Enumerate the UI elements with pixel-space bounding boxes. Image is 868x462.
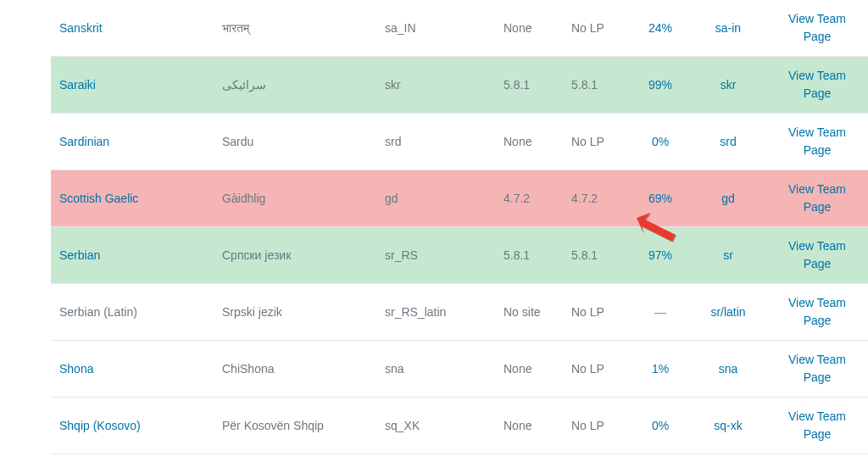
table-row: SicilianSicilianuscnNoneNo LP0%scnView T…: [51, 454, 868, 462]
cell-native: سرائیکی: [214, 57, 376, 113]
language-link[interactable]: Scottish Gaelic: [59, 190, 138, 208]
percent-link[interactable]: 99%: [648, 76, 672, 94]
language-link[interactable]: Sanskrit: [59, 19, 103, 37]
cell-team: View Team Page: [766, 57, 868, 113]
view-team-link[interactable]: View Team Page: [775, 408, 860, 443]
cell-locale: gd: [376, 170, 495, 226]
cell-code: gd: [690, 170, 766, 226]
cell-team: View Team Page: [766, 170, 868, 226]
code-link[interactable]: sa-in: [715, 19, 741, 37]
cell-language: Sardinian: [51, 114, 214, 170]
percent-link[interactable]: 69%: [648, 190, 672, 208]
cell-percent: 99%: [631, 57, 690, 113]
percent-link[interactable]: 97%: [648, 247, 672, 264]
cell-version: None: [495, 341, 563, 397]
cell-language: Serbian (Latin): [51, 284, 214, 340]
cell-language: Sicilian: [51, 454, 214, 462]
view-team-link[interactable]: View Team Page: [775, 294, 860, 330]
cell-language: Shona: [51, 341, 214, 397]
cell-code: skr: [690, 57, 766, 113]
cell-language: Shqip (Kosovo): [51, 398, 214, 454]
cell-code: srd: [690, 114, 766, 170]
cell-code: scn: [690, 454, 766, 462]
cell-percent: 24%: [631, 0, 690, 56]
view-team-link[interactable]: View Team Page: [775, 124, 860, 159]
language-link[interactable]: Shqip (Kosovo): [59, 417, 141, 435]
cell-lp: 4.7.2: [563, 170, 631, 226]
cell-percent: 97%: [631, 227, 690, 283]
cell-percent: —: [631, 284, 690, 340]
cell-code: sr/latin: [690, 284, 766, 340]
cell-code: sna: [690, 341, 766, 397]
language-link[interactable]: Sardinian: [59, 133, 109, 151]
cell-percent: 0%: [631, 114, 690, 170]
cell-native: Srpski jezik: [214, 284, 376, 340]
language-table: Sanskritभारतम्sa_INNoneNo LP24%sa-inView…: [51, 0, 868, 462]
cell-percent: 1%: [631, 341, 690, 397]
cell-native: भारतम्: [214, 0, 376, 56]
table-row: Sanskritभारतम्sa_INNoneNo LP24%sa-inView…: [51, 0, 868, 57]
cell-percent: 0%: [631, 398, 690, 454]
cell-team: View Team Page: [766, 284, 868, 340]
cell-version: None: [495, 0, 563, 56]
cell-locale: sa_IN: [376, 0, 495, 56]
language-text: Serbian (Latin): [59, 303, 137, 321]
cell-locale: sna: [376, 341, 495, 397]
cell-native: Српски језик: [214, 227, 376, 283]
code-link[interactable]: sq-xk: [714, 417, 742, 435]
language-link[interactable]: Serbian: [59, 247, 100, 264]
cell-lp: No LP: [563, 0, 631, 56]
cell-locale: skr: [376, 57, 495, 113]
percent-link[interactable]: 24%: [648, 19, 672, 37]
cell-locale: scn: [376, 454, 495, 462]
table-row: Scottish GaelicGàidhliggd4.7.24.7.269%gd…: [51, 170, 868, 227]
cell-team: View Team Page: [766, 454, 868, 462]
language-link[interactable]: Shona: [59, 360, 93, 378]
cell-team: View Team Page: [766, 114, 868, 170]
percent-link[interactable]: 0%: [652, 417, 669, 435]
cell-native: Sardu: [214, 114, 376, 170]
percent-link[interactable]: 0%: [652, 133, 669, 151]
table-row: Serbian (Latin)Srpski jeziksr_RS_latinNo…: [51, 284, 868, 341]
cell-version: No site: [495, 284, 563, 340]
view-team-link[interactable]: View Team Page: [775, 351, 860, 387]
cell-version: 5.8.1: [495, 57, 563, 113]
view-team-link[interactable]: View Team Page: [775, 181, 860, 216]
cell-native: Sicilianu: [214, 454, 376, 462]
view-team-link[interactable]: View Team Page: [775, 237, 860, 273]
code-link[interactable]: sr/latin: [710, 303, 745, 321]
table-row: Saraikiسرائیکیskr5.8.15.8.199%skrView Te…: [51, 57, 868, 114]
percent-link[interactable]: 1%: [652, 360, 669, 378]
cell-code: sq-xk: [690, 398, 766, 454]
language-link[interactable]: Saraiki: [59, 76, 96, 94]
cell-code: sr: [690, 227, 766, 283]
cell-lp: 5.8.1: [563, 57, 631, 113]
cell-language: Sanskrit: [51, 0, 214, 56]
code-link[interactable]: sna: [719, 360, 738, 378]
cell-version: None: [495, 114, 563, 170]
view-team-link[interactable]: View Team Page: [775, 67, 860, 103]
code-link[interactable]: gd: [721, 190, 735, 208]
cell-native: Për Kosovën Shqip: [214, 398, 376, 454]
cell-code: sa-in: [690, 0, 766, 56]
view-team-link[interactable]: View Team Page: [775, 10, 860, 46]
cell-lp: No LP: [563, 398, 631, 454]
code-link[interactable]: srd: [720, 133, 736, 151]
table-row: SerbianСрпски језикsr_RS5.8.15.8.197%srV…: [51, 227, 868, 284]
cell-locale: sq_XK: [376, 398, 495, 454]
table-row: Shqip (Kosovo)Për Kosovën Shqipsq_XKNone…: [51, 398, 868, 454]
cell-lp: No LP: [563, 114, 631, 170]
cell-team: View Team Page: [766, 398, 868, 454]
code-link[interactable]: sr: [723, 247, 733, 264]
cell-version: 4.7.2: [495, 170, 563, 226]
table-row: ShonaChiShonasnaNoneNo LP1%snaView Team …: [51, 341, 868, 398]
cell-team: View Team Page: [766, 341, 868, 397]
cell-version: None: [495, 398, 563, 454]
cell-locale: sr_RS: [376, 227, 495, 283]
cell-native: ChiShona: [214, 341, 376, 397]
code-link[interactable]: skr: [721, 76, 737, 94]
cell-percent: 0%: [631, 454, 690, 462]
table-row: SardinianSardusrdNoneNo LP0%srdView Team…: [51, 114, 868, 170]
cell-team: View Team Page: [766, 227, 868, 283]
cell-percent: 69%: [631, 170, 690, 226]
